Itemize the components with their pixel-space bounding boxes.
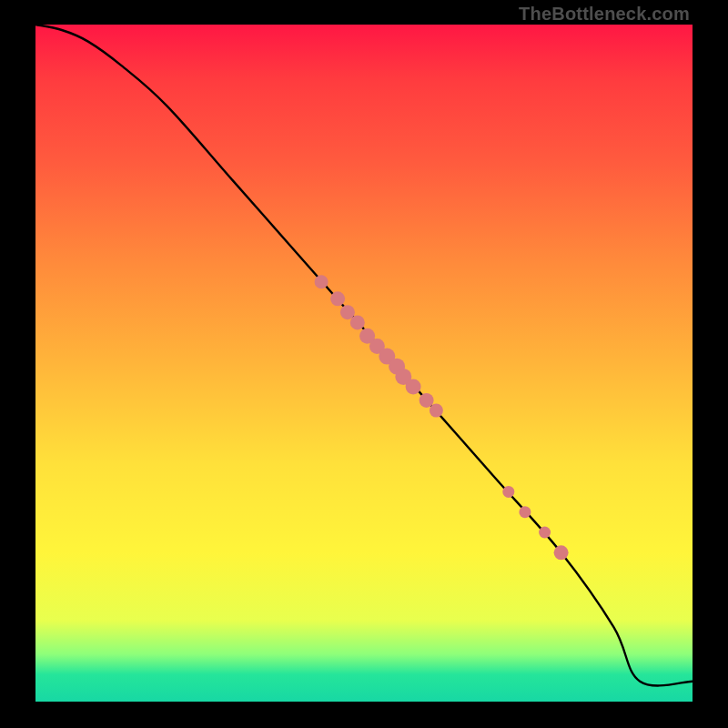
bottleneck-curve [35,25,693,685]
scatter-dot [315,275,329,288]
scatter-dot [502,486,514,498]
watermark-text: TheBottleneck.com [519,4,690,25]
chart-frame: TheBottleneck.com [0,0,728,728]
scatter-dot [519,506,531,518]
scatter-dot [554,545,569,560]
scatter-dot [406,379,421,395]
scatter-dot [350,315,365,329]
scatter-dot [420,393,434,408]
chart-svg [35,25,693,702]
scatter-dot [430,404,443,418]
scatter-dot [330,291,345,306]
scatter-dot [539,527,551,539]
